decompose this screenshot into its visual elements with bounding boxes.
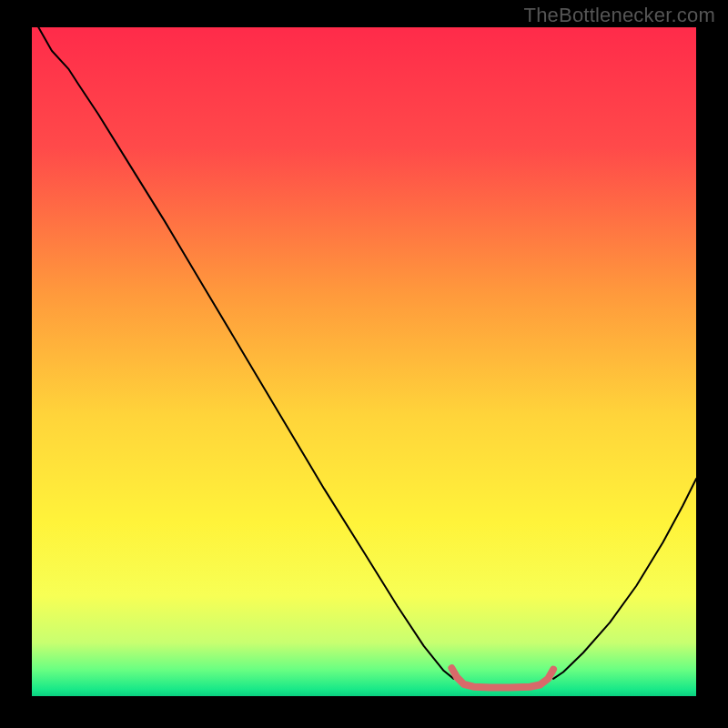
bottleneck-chart: [32, 27, 696, 696]
watermark-text: TheBottlenecker.com: [524, 4, 715, 27]
gradient-background: [32, 27, 696, 696]
chart-svg: [32, 27, 696, 696]
